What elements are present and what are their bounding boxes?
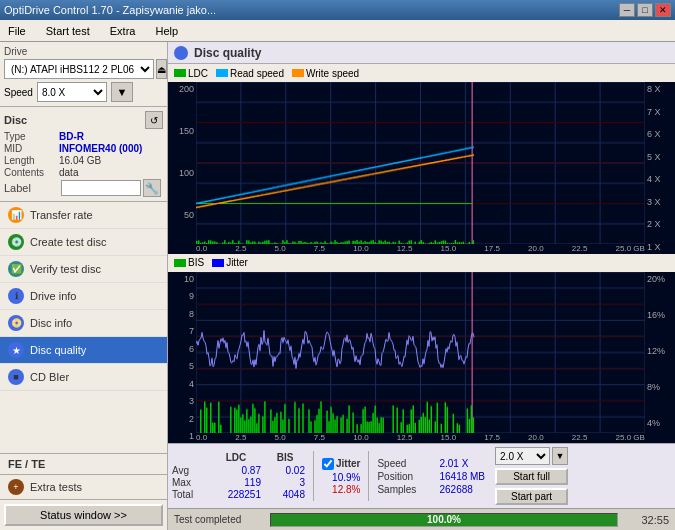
sidebar-item-disc-info[interactable]: 📀 Disc info <box>0 310 167 337</box>
speed-dropdown-arrow[interactable]: ▼ <box>552 447 568 465</box>
sidebar-item-verify-test-disc[interactable]: ✅ Verify test disc <box>0 256 167 283</box>
chart2-yr-20: 20% <box>645 274 675 284</box>
drive-eject-button[interactable]: ⏏ <box>156 59 167 79</box>
speed-buttons-area: 2.0 X ▼ Start full Start part <box>495 447 568 505</box>
speed-select-stat[interactable]: 2.0 X <box>495 447 550 465</box>
jitter-stats: Jitter 10.9% 12.8% <box>322 458 360 495</box>
max-label: Max <box>172 477 207 488</box>
sidebar-item-cd-bler[interactable]: ■ CD BIer <box>0 364 167 391</box>
type-label: Type <box>4 131 59 142</box>
ldc-color-swatch <box>174 69 186 77</box>
bis-label: BIS <box>188 257 204 268</box>
jitter-legend: Jitter <box>212 257 248 268</box>
speed-stat-value: 2.01 X <box>439 458 468 469</box>
drive-select[interactable]: (N:) ATAPI iHBS112 2 PL06 <box>4 59 154 79</box>
titlebar: OptiDrive Control 1.70 - Zapisywanie jak… <box>0 0 675 20</box>
progress-bar-container: 100.0% <box>270 513 618 527</box>
speed-row: Speed 8.0 X ▼ <box>4 82 163 102</box>
chart2-y-3: 3 <box>168 396 196 406</box>
x2-25: 25.0 GB <box>616 433 645 442</box>
chart1-yr-5: 5 X <box>645 152 675 162</box>
drive-label: Drive <box>4 46 163 57</box>
menu-file[interactable]: File <box>4 23 30 39</box>
minimize-button[interactable]: ─ <box>619 3 635 17</box>
x1-25: 25.0 GB <box>616 244 645 253</box>
chart2-y-6: 6 <box>168 344 196 354</box>
x1-22.5: 22.5 <box>572 244 588 253</box>
chart2-y-2: 2 <box>168 414 196 424</box>
start-part-button[interactable]: Start part <box>495 488 568 505</box>
chart1-yr-6: 6 X <box>645 129 675 139</box>
nav-items: 📊 Transfer rate 💿 Create test disc ✅ Ver… <box>0 202 167 453</box>
disc-quality-icon: ★ <box>8 342 24 358</box>
chart1-yr-1: 1 X <box>645 242 675 252</box>
speed-select[interactable]: 8.0 X <box>37 82 107 102</box>
chart1-y-150: 150 <box>168 126 196 136</box>
mid-value: INFOMER40 (000) <box>59 143 142 154</box>
disc-quality-header: Disc quality <box>168 42 675 64</box>
jitter-header-row: Jitter <box>322 458 360 470</box>
titlebar-controls: ─ □ ✕ <box>619 3 671 17</box>
length-label: Length <box>4 155 59 166</box>
x1-2.5: 2.5 <box>235 244 246 253</box>
titlebar-title: OptiDrive Control 1.70 - Zapisywanie jak… <box>4 4 216 16</box>
position-stat-label: Position <box>377 471 435 482</box>
disc-info-label: Disc info <box>30 317 72 329</box>
extra-tests-section[interactable]: + Extra tests <box>0 475 167 500</box>
progress-section: Test completed 100.0% 32:55 <box>168 508 675 530</box>
chart2-yr-4: 4% <box>645 418 675 428</box>
extra-tests-icon: + <box>8 479 24 495</box>
write-speed-label: Write speed <box>306 68 359 79</box>
x2-5: 5.0 <box>275 433 286 442</box>
samples-row-stat: Samples 262688 <box>377 484 485 495</box>
status-window-button[interactable]: Status window >> <box>4 504 163 526</box>
ldc-header: LDC <box>211 452 261 463</box>
disc-refresh-button[interactable]: ↺ <box>145 111 163 129</box>
x2-20: 20.0 <box>528 433 544 442</box>
chart1-y-200: 200 <box>168 84 196 94</box>
create-test-disc-icon: 💿 <box>8 234 24 250</box>
menu-help[interactable]: Help <box>151 23 182 39</box>
chart2-y-axis-left: 10 9 8 7 6 5 4 3 2 1 <box>168 272 196 444</box>
sidebar-item-drive-info[interactable]: ℹ Drive info <box>0 283 167 310</box>
bis-legend: BIS <box>174 257 204 268</box>
avg-label: Avg <box>172 465 207 476</box>
main-container: Drive (N:) ATAPI iHBS112 2 PL06 ⏏ ↺ 💾 Sp… <box>0 42 675 530</box>
start-full-button[interactable]: Start full <box>495 468 568 485</box>
speed-arrow-button[interactable]: ▼ <box>111 82 133 102</box>
sidebar-item-disc-quality[interactable]: ★ Disc quality <box>0 337 167 364</box>
speed-pos-stats: Speed 2.01 X Position 16418 MB Samples 2… <box>377 458 485 495</box>
jitter-header: Jitter <box>336 458 360 469</box>
jitter-checkbox[interactable] <box>322 458 334 470</box>
menu-extra[interactable]: Extra <box>106 23 140 39</box>
max-jitter: 12.8% <box>322 484 360 495</box>
chart2-yr-16: 16% <box>645 310 675 320</box>
menu-start-test[interactable]: Start test <box>42 23 94 39</box>
chart1-yr-8: 8 X <box>645 84 675 94</box>
chart2-canvas-area: 0.0 2.5 5.0 7.5 10.0 12.5 15.0 17.5 20.0… <box>196 272 645 444</box>
chart1-yr-3: 3 X <box>645 197 675 207</box>
max-row: Max 119 3 <box>172 477 305 488</box>
label-input[interactable] <box>61 180 141 196</box>
chart1-container: 200 150 100 50 0.0 2.5 5.0 7.5 10.0 12.5… <box>168 82 675 254</box>
chart1-y-axis-left: 200 150 100 50 <box>168 82 196 254</box>
chart2-y-8: 8 <box>168 309 196 319</box>
max-ldc: 119 <box>211 477 261 488</box>
write-speed-color-swatch <box>292 69 304 77</box>
speed-select-row: 2.0 X ▼ <box>495 447 568 465</box>
x1-12.5: 12.5 <box>397 244 413 253</box>
maximize-button[interactable]: □ <box>637 3 653 17</box>
chart1-y-100: 100 <box>168 168 196 178</box>
chart2-yr-8: 8% <box>645 382 675 392</box>
x2-0: 0.0 <box>196 433 207 442</box>
read-speed-legend: Read speed <box>216 68 284 79</box>
sidebar-item-transfer-rate[interactable]: 📊 Transfer rate <box>0 202 167 229</box>
stats-separator <box>313 451 314 501</box>
label-icon-button[interactable]: 🔧 <box>143 179 161 197</box>
avg-bis: 0.02 <box>265 465 305 476</box>
drive-info-icon: ℹ <box>8 288 24 304</box>
bis-header: BIS <box>265 452 305 463</box>
x1-7.5: 7.5 <box>314 244 325 253</box>
close-button[interactable]: ✕ <box>655 3 671 17</box>
sidebar-item-create-test-disc[interactable]: 💿 Create test disc <box>0 229 167 256</box>
